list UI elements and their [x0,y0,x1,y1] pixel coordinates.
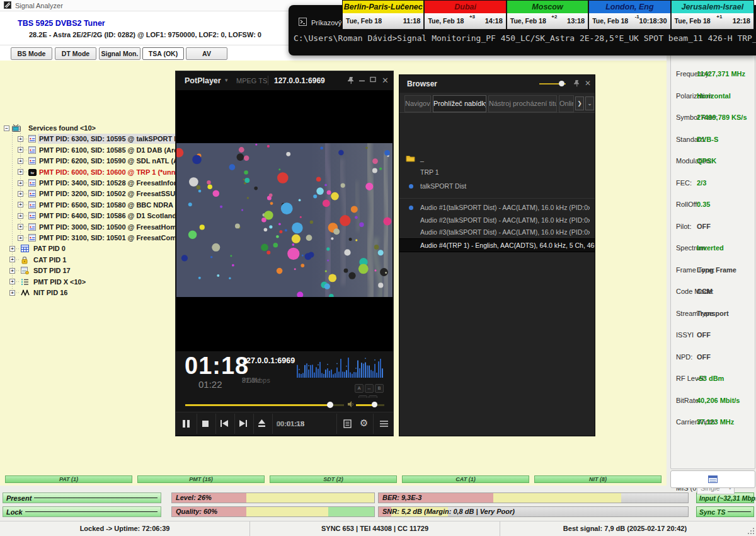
lock-indicator: Lock [3,506,161,517]
tree-item-service-3[interactable]: +tvPMT PID: 6000, SID: 10600 @ TRP 1 (*u… [0,167,176,177]
param-value: 11427,371 MHz [697,70,745,78]
file-label: _ [420,152,424,165]
browser-tab-3[interactable]: Nástroj procházení titulků [488,95,557,112]
seek-bar-progress[interactable] [185,404,330,406]
settings-gear-icon[interactable]: ⚙ [360,417,368,429]
expand-toggle-icon[interactable]: + [18,180,23,186]
tab-list-dropdown-icon[interactable]: ⌄ [585,96,594,110]
tree-root-services[interactable]: −Services found <10> [0,123,176,133]
lock-label: Lock [6,508,23,516]
expand-toggle-icon[interactable]: + [18,235,23,241]
tuner-details: 28.2E - Astra 2E/2F/2G (ID: 0282) @ LOF1… [29,31,261,38]
snr-label: SNR: 5,2 dB (Margin: 0,8 dB | Very Poor) [382,508,515,515]
expand-toggle-icon[interactable]: + [9,246,15,252]
browser-tab-2[interactable]: Prohlížeč nabídky [433,95,486,112]
tree-item-cat[interactable]: +CAT PID 1 [0,255,176,265]
tree-item-label: NIT PID 16 [32,288,69,298]
sync-ts-button[interactable]: Sync TS [696,506,754,517]
tree-item-service-1[interactable]: +PMT PID: 6100, SID: 10585 @ D1 DAB (Arq… [0,145,176,155]
terminal-command-line[interactable]: C:\Users\Roman Dávid>Signal Monitoring_P… [294,33,756,43]
expand-toggle-icon[interactable]: + [18,136,23,142]
ab-repeat-b-icon[interactable]: B [375,384,384,393]
clock-1: Berlin-Paris-LučenecTue, Feb 1811:18 [343,1,425,29]
param-label: Pilot: [676,223,691,230]
clock-city: Dubai [425,1,505,13]
swap-icon[interactable]: ↔ [365,384,374,393]
param-value: Transport [697,310,729,317]
tab-av-stopped-[interactable]: AV (Stopped) [186,47,227,60]
tab-tsa-ok-[interactable]: TSA (OK) [142,47,184,60]
opacity-slider-thumb[interactable] [559,81,564,86]
clock-time: 11:18 [403,17,421,25]
tree-item-service-6[interactable]: +PMT PID: 6500, SID: 10580 @ BBC NDRA (A… [0,200,176,210]
ts-dialog-button[interactable] [670,470,755,488]
volume-thumb[interactable] [372,402,377,407]
quality-bar: Quality: 60% [171,506,375,517]
param-value: Inverted [697,244,724,252]
tab-signal-mon-[interactable]: Signal Mon. [99,47,140,60]
expand-toggle-icon[interactable]: + [18,169,23,175]
pmt-list-icon [21,278,29,288]
console-icon [299,18,307,27]
tree-item-pmt[interactable]: +PMT PID X <10> [0,277,176,287]
file-list-item[interactable]: TRP 1 [399,166,590,178]
ts-window-icon [707,475,718,484]
tree-item-pat[interactable]: +PAT PID 0 [0,243,176,253]
tree-item-service-7[interactable]: +PMT PID: 6400, SID: 10586 @ D1 Scotland… [0,211,176,221]
clock-utc-offset: +2 [551,14,557,20]
tree-item-service-2[interactable]: +PMT PID: 6200, SID: 10590 @ SDL nATL (A… [0,156,176,166]
ab-repeat-a-icon[interactable]: A [355,384,364,393]
expand-toggle-icon[interactable]: + [18,147,23,153]
world-clocks: Berlin-Paris-LučenecTue, Feb 1811:18Duba… [342,0,754,30]
param-value: OFF [697,223,711,230]
file-list-item[interactable]: _ [399,152,590,165]
potplayer-logo[interactable]: PotPlayer [185,76,221,85]
expand-toggle-icon[interactable]: + [18,158,23,164]
tab-dt-mode[interactable]: DT Mode [55,47,96,60]
browser-tab-4[interactable]: Onlin [559,95,574,112]
expand-toggle-icon[interactable]: + [18,191,23,197]
tab-scroll-right-icon[interactable]: ❯ [575,96,584,110]
sdt-table-icon [21,267,29,277]
audio-track-label: Audio #2(talkSPORT Dist) - AAC(LATM), 16… [420,214,590,226]
level-bar: Level: 26% [171,492,375,503]
expand-toggle-icon[interactable]: + [18,213,23,219]
clock-body: Tue, Feb 18+213:18 [507,13,588,29]
close-icon[interactable]: ✕ [585,79,591,88]
nit-antenna-icon [21,289,30,299]
clock-time: 12:18 [733,17,750,25]
browser-tab-1[interactable]: Navigovat [404,95,431,112]
browser-titlebar[interactable]: Browser ✕ [399,75,595,93]
tree-item-service-4[interactable]: +PMT PID: 3400, SID: 10528 @ FreesatInfo… [0,178,176,188]
potplayer-titlebar[interactable]: PotPlayer ▾ MPEG TS 127.0.0.1:6969 ✕ [176,71,393,90]
tree-item-nit[interactable]: +NIT PID 16 [0,288,176,298]
expand-toggle-icon[interactable]: + [9,290,15,296]
expand-toggle-icon[interactable]: + [9,268,15,274]
audio-track-item-3[interactable]: Audio #3(talkSPORT Dist) - AAC(LATM), 16… [399,226,590,238]
audio-track-item-4[interactable]: Audio #4(TRP 1) - English, AAC(ADTS), 64… [399,238,595,252]
clock-body: Tue, Feb 18+112:18 [672,13,753,29]
audio-track-item-1[interactable]: Audio #1(talkSPORT Dist) - AAC(LATM), 16… [399,201,590,214]
expand-toggle-icon[interactable]: + [18,202,23,207]
tree-item-service-9[interactable]: +PMT PID: 3100, SID: 10501 @ FreesatComm… [0,233,176,243]
expand-toggle-icon[interactable]: + [18,224,23,230]
now-playing-title: 127.0.0.1:6969 [242,356,295,365]
tree-item-label: CAT PID 1 [32,255,67,265]
expand-toggle-icon[interactable]: + [9,279,15,284]
close-icon[interactable]: ✕ [382,76,389,85]
audio-track-item-2[interactable]: Audio #2(talkSPORT Dist) - AAC(LATM), 16… [399,214,590,226]
resize-grip[interactable] [747,527,755,535]
tree-item-service-0[interactable]: +PMT PID: 6300, SID: 10595 @ talkSPORT D… [0,134,176,144]
seek-thumb[interactable] [327,402,333,408]
param-label: ISSYI [676,331,694,339]
tree-item-sdt[interactable]: +SDT PID 17 [0,265,176,276]
psi-bar-sdt: SDT (2) [270,475,397,483]
tree-item-service-5[interactable]: +PMT PID: 3200, SID: 10502 @ FreesatSSU … [0,189,176,199]
terminal-prompt: C:\Users\Roman Dávid>Signal Monitoring_P… [294,33,756,43]
expand-toggle-icon[interactable]: + [9,257,15,262]
tab-bs-mode[interactable]: BS Mode [11,47,52,60]
tree-item-service-8[interactable]: +PMT PID: 3000, SID: 10500 @ FreesatHome… [0,222,176,232]
param-value: 37,123 MHz [697,418,734,426]
file-list-item[interactable]: talkSPORT Dist [399,180,590,192]
expand-toggle-icon[interactable]: − [4,125,9,131]
